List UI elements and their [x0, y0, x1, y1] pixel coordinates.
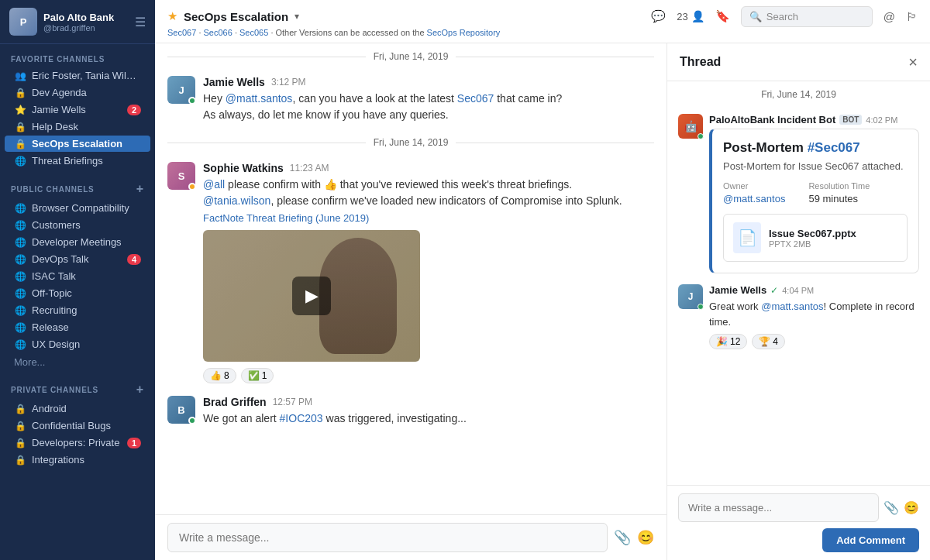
thread-message-body: PaloAltoBank Incident Bot BOT 4:02 PM Po…: [709, 114, 919, 273]
attachment[interactable]: 📄 Issue Sec067.pptx PPTX 2MB: [723, 214, 908, 262]
reaction-party[interactable]: 🎉 12: [709, 334, 747, 349]
flag-icon[interactable]: 🏳: [906, 10, 918, 23]
message-input[interactable]: [167, 523, 608, 552]
sidebar-item-customers[interactable]: 🌐 Customers: [5, 217, 150, 233]
sidebar-item-label: Customers: [32, 219, 141, 231]
thread-date-divider: Fri, June 14, 2019: [678, 81, 919, 108]
close-icon[interactable]: ×: [908, 54, 918, 70]
private-channels-section: PRIVATE CHANNELS + 🔒 Android 🔒 Confident…: [0, 373, 155, 472]
sidebar-item-threat-briefings[interactable]: 🌐 Threat Briefings: [5, 153, 150, 169]
globe-icon: 🌐: [14, 156, 26, 167]
reaction-checkmark[interactable]: ✅ 1: [241, 368, 274, 383]
thread-input-area: 📎 😊 Add Comment: [667, 485, 930, 560]
thread-attachment-icon[interactable]: 📎: [884, 500, 899, 515]
thread-emoji-icon[interactable]: 😊: [904, 500, 919, 515]
sidebar-item-browser-compat[interactable]: 🌐 Browser Compatibility: [5, 200, 150, 216]
owner-value[interactable]: @matt.santos: [723, 193, 785, 204]
video-overlay: ▶: [203, 230, 420, 362]
sidebar-item-isac-talk[interactable]: 🌐 ISAC Talk: [5, 268, 150, 284]
sidebar-item-devops-talk[interactable]: 🌐 DevOps Talk 4: [5, 251, 150, 267]
thread-message-jamie: J Jamie Wells ✓ 4:04 PM Great work @matt…: [678, 284, 919, 349]
reaction-trophy[interactable]: 🏆 4: [752, 334, 785, 349]
topbar: ★ SecOps Escalation ▾ 💬 23 👤 🔖 🔍 Search …: [155, 0, 930, 43]
sidebar-item-jamie-wells[interactable]: ⭐ Jamie Wells 2: [5, 101, 150, 118]
attachment-icon[interactable]: 📎: [614, 529, 631, 546]
reaction-thumbsup[interactable]: 👍 8: [203, 368, 236, 383]
sidebar-item-secops-escalation[interactable]: 🔒 SecOps Escalation: [5, 136, 150, 152]
sidebar-item-ux-design[interactable]: 🌐 UX Design: [5, 336, 150, 352]
globe-icon: 🌐: [14, 271, 26, 282]
sidebar-item-off-topic[interactable]: 🌐 Off-Topic: [5, 285, 150, 301]
more-channels-link[interactable]: More...: [0, 354, 155, 370]
sidebar-item-label: Eric Foster, Tania Wilson: [32, 70, 141, 81]
sidebar: P Palo Alto Bank @brad.griffen ☰ FAVORIT…: [0, 0, 155, 560]
private-channels-header: PRIVATE CHANNELS +: [0, 380, 155, 400]
sidebar-item-recruiting[interactable]: 🌐 Recruiting: [5, 302, 150, 318]
globe-icon: 🌐: [14, 203, 26, 214]
sidebar-item-label: Help Desk: [32, 121, 141, 132]
add-channel-icon[interactable]: +: [136, 182, 144, 196]
reactions: 👍 8 ✅ 1: [203, 368, 654, 383]
sidebar-item-eric-tania[interactable]: 👥 Eric Foster, Tania Wilson: [5, 67, 150, 84]
sidebar-item-label: UX Design: [32, 338, 141, 350]
sidebar-username: @brad.griffen: [43, 23, 129, 33]
globe-icon: 🌐: [14, 288, 26, 299]
emoji-icon[interactable]: 😊: [637, 529, 654, 546]
secops-repository-link[interactable]: SecOps Repository: [427, 28, 501, 37]
sidebar-item-dev-agenda[interactable]: 🔒 Dev Agenda: [5, 84, 150, 101]
sidebar-item-label: ISAC Talk: [32, 270, 141, 282]
chevron-down-icon[interactable]: ▾: [294, 11, 299, 22]
add-private-channel-icon[interactable]: +: [136, 383, 144, 397]
thread-message-text: Great work @matt.santos! Complete in rec…: [709, 299, 919, 329]
sidebar-item-help-desk[interactable]: 🔒 Help Desk: [5, 119, 150, 135]
at-icon[interactable]: @: [884, 10, 895, 23]
sidebar-item-android[interactable]: 🔒 Android: [5, 400, 150, 417]
favorite-channels-section: FAVORITE CHANNELS 👥 Eric Foster, Tania W…: [0, 44, 155, 173]
unread-badge: 2: [127, 105, 141, 115]
message-text-2: As always, do let me know if you have an…: [203, 107, 654, 123]
search-box[interactable]: 🔍 Search: [741, 6, 873, 27]
sidebar-item-label: Developer Meetings: [32, 236, 141, 248]
members-count: 23: [677, 11, 687, 22]
sidebar-item-label: Release: [32, 321, 141, 333]
content-area: Fri, June 14, 2019 J Jamie Wells 3:12 PM…: [155, 43, 930, 560]
sidebar-item-integrations[interactable]: 🔒 Integrations: [5, 452, 150, 468]
avatar: J: [167, 76, 195, 104]
people-icon: 👤: [691, 10, 704, 22]
threat-briefing-link[interactable]: FactNote Threat Briefing (June 2019): [203, 212, 654, 224]
sidebar-item-confidential-bugs[interactable]: 🔒 Confidential Bugs: [5, 417, 150, 434]
sidebar-item-label: Dev Agenda: [32, 87, 141, 98]
thread-message-author: PaloAltoBank Incident Bot: [709, 114, 835, 125]
bookmark-icon[interactable]: 🔖: [715, 9, 730, 23]
lock-icon: 🔒: [14, 404, 26, 414]
sidebar-item-developers-private[interactable]: 🔒 Developers: Private 1: [5, 435, 150, 451]
play-button[interactable]: ▶: [292, 277, 331, 315]
favorite-channels-header: FAVORITE CHANNELS: [0, 52, 155, 67]
thread-message-input[interactable]: [678, 493, 879, 522]
add-comment-button[interactable]: Add Comment: [822, 528, 919, 552]
sidebar-item-developer-meetings[interactable]: 🌐 Developer Meetings: [5, 234, 150, 250]
members-info[interactable]: 23 👤: [677, 10, 704, 22]
breadcrumb-sec066[interactable]: Sec066: [204, 28, 232, 37]
comment-icon[interactable]: 💬: [651, 9, 666, 23]
search-placeholder: Search: [766, 11, 798, 22]
unread-badge: 1: [127, 438, 141, 448]
messages-list: Fri, June 14, 2019 J Jamie Wells 3:12 PM…: [155, 43, 666, 560]
breadcrumb-sec067[interactable]: Sec067: [167, 28, 196, 37]
video-thumbnail[interactable]: ▶: [203, 230, 420, 362]
message-brad: B Brad Griffen 12:57 PM We got an alert …: [155, 390, 666, 433]
sidebar-menu-icon[interactable]: ☰: [135, 15, 146, 29]
postmortem-title: Post-Mortem #Sec067: [723, 140, 908, 156]
lock-icon: 🔒: [14, 122, 26, 132]
person-icon: ⭐: [14, 105, 26, 115]
thread-title: Thread: [680, 55, 721, 69]
sidebar-item-label: Confidential Bugs: [32, 420, 141, 431]
message-input-area: 📎 😊: [155, 514, 666, 560]
globe-icon: 🌐: [14, 237, 26, 248]
breadcrumb: Sec067 · Sec066 · Sec065 · Other Version…: [167, 28, 918, 37]
sidebar-item-label: Android: [32, 403, 141, 414]
breadcrumb-sec065[interactable]: Sec065: [239, 28, 268, 37]
message-author: Sophie Watkins: [203, 162, 284, 174]
dm-icon: 👥: [14, 70, 26, 81]
sidebar-item-release[interactable]: 🌐 Release: [5, 319, 150, 335]
